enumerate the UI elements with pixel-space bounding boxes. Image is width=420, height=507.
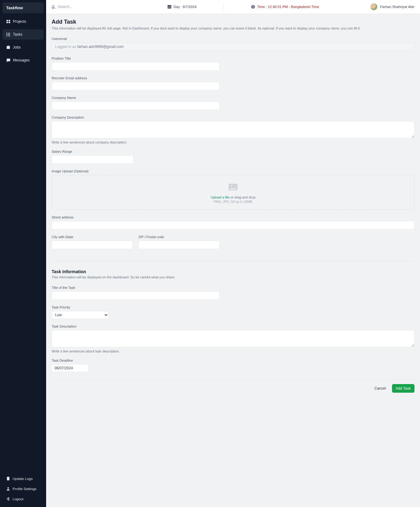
task-deadline-label: Task Deadline [52,359,414,362]
task-section-title: Task Information [52,269,414,274]
useremail-label: Useremail [52,37,414,41]
sidebar-bottom-label: Profile Settings [13,487,36,491]
clock-icon [251,5,255,9]
footer-actions: Cancel Add Task [52,379,414,393]
street-address-input[interactable] [52,221,414,230]
sidebar-item-label: Messages [13,58,30,62]
city-state-input[interactable] [52,241,133,249]
user-chip[interactable]: Farhan Shahriyar Abir [370,3,414,10]
user-icon [6,487,10,491]
task-priority-label: Task Priority [52,305,414,309]
svg-rect-8 [6,36,7,37]
svg-rect-13 [168,5,171,6]
projects-icon [6,19,10,24]
content: Add Task This information will be displa… [46,14,420,400]
sidebar-bottom-label: Update Logs [13,477,33,481]
task-description-helper: Write a few sentences about task descrip… [52,349,414,353]
sidebar-bottom-logout[interactable]: Logout [2,494,44,503]
svg-rect-7 [8,34,10,35]
task-description-textarea[interactable] [52,330,414,347]
image-upload-text: Upload a file or drag and drop [55,195,411,199]
position-title-input[interactable] [52,62,220,71]
useremail-field: Logged in as farhan.abir9999@gmail.com [52,42,414,51]
avatar [370,3,378,10]
sidebar-item-jobs[interactable]: Jobs [2,42,44,53]
street-address-label: Street address [52,215,414,219]
image-upload-label: Image Upload (Optional) [52,169,414,173]
calendar-icon [167,5,172,9]
svg-rect-9 [8,36,10,36]
sidebar-bottom-label: Logout [13,497,23,501]
username: Farhan Shahriyar Abir [380,5,414,9]
logout-icon [6,497,10,501]
svg-rect-1 [9,20,10,21]
salary-range-input[interactable] [52,155,133,164]
image-upload-hint: PNG, JPG, Gif up to 10MB [55,200,411,203]
image-upload-link[interactable]: Upload a file [211,195,229,199]
svg-rect-4 [6,33,7,34]
briefcase-icon [6,45,10,49]
company-name-label: Company Name [52,96,414,100]
topbar-separator [224,3,224,10]
task-title-input[interactable] [52,291,220,300]
sidebar-item-label: Projects [13,19,26,24]
svg-rect-6 [6,34,7,35]
page-subtitle: This information will be displayed All J… [52,26,414,30]
sidebar-bottom-profile-settings[interactable]: Profile Settings [2,484,44,493]
sidebar-item-label: Tasks [13,32,22,37]
task-priority-select[interactable]: Low [52,311,109,319]
task-description-label: Task Description [52,324,414,328]
topbar-time: Time : 12:40:51 PM - Bangladeshi Time [251,5,319,9]
svg-point-16 [231,185,232,187]
company-description-helper: Write a few sentences about company desc… [52,140,414,144]
svg-rect-2 [6,22,8,23]
recruiter-email-label: Recruter Email address [52,76,414,80]
brand[interactable]: Taskflow [2,2,44,13]
search-icon [52,5,56,9]
section-divider [52,261,414,261]
company-name-input[interactable] [52,101,220,110]
topbar-day: Day : 6/7/2024 [167,5,196,9]
svg-rect-0 [6,20,8,21]
tasks-icon [6,32,10,37]
page-title: Add Task [52,19,414,25]
svg-rect-3 [9,22,10,23]
company-description-label: Company Description [52,116,414,119]
chat-icon [6,58,10,62]
add-task-button[interactable]: Add Task [392,384,414,393]
sidebar: Taskflow Projects Tasks Jobs [0,0,46,507]
sidebar-item-messages[interactable]: Messages [2,55,44,65]
zip-label: ZIP / Postal code [138,235,220,239]
recruiter-email-input[interactable] [52,82,220,90]
position-title-label: Position Title [52,57,414,60]
task-title-label: Title of the Task [52,286,414,289]
image-upload-dropzone[interactable]: Upload a file or drag and drop PNG, JPG,… [52,175,414,210]
zip-input[interactable] [138,241,220,249]
city-state-label: City with State [52,235,133,239]
salary-range-label: Salary Range [52,150,414,153]
svg-rect-5 [8,33,10,33]
image-upload-icon [228,183,238,191]
company-description-textarea[interactable] [52,121,414,138]
svg-point-11 [7,487,9,489]
svg-rect-10 [7,477,9,480]
sidebar-item-label: Jobs [13,45,21,49]
sidebar-item-projects[interactable]: Projects [2,16,44,27]
search-input[interactable] [58,5,107,9]
clipboard-icon [6,477,10,481]
task-deadline-input[interactable] [52,364,89,372]
search-wrap [52,5,116,9]
cancel-button[interactable]: Cancel [372,384,388,392]
sidebar-item-tasks[interactable]: Tasks [2,29,44,40]
sidebar-bottom-update-logs[interactable]: Update Logs [2,474,44,483]
topbar: Day : 6/7/2024 Time : 12:40:51 PM - Bang… [46,0,420,14]
task-section-subtitle: This information will be displayed on th… [52,275,414,279]
